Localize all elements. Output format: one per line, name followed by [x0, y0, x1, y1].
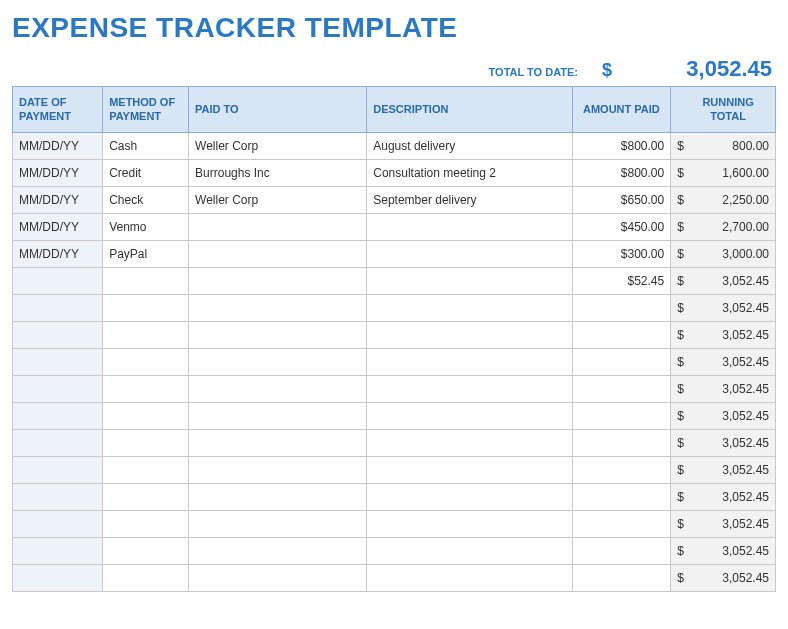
cell-method[interactable]: Credit: [103, 159, 189, 186]
cell-date[interactable]: [13, 537, 103, 564]
cell-date[interactable]: [13, 456, 103, 483]
cell-paidto[interactable]: [189, 429, 367, 456]
cell-amount[interactable]: [572, 510, 671, 537]
running-value: 3,052.45: [722, 517, 769, 531]
total-value: 3,052.45: [680, 56, 776, 82]
cell-date[interactable]: [13, 294, 103, 321]
cell-amount[interactable]: [572, 375, 671, 402]
cell-amount[interactable]: [572, 294, 671, 321]
cell-method[interactable]: [103, 537, 189, 564]
cell-amount[interactable]: [572, 348, 671, 375]
cell-amount[interactable]: $800.00: [572, 159, 671, 186]
cell-description[interactable]: [367, 429, 572, 456]
cell-description[interactable]: [367, 456, 572, 483]
cell-date[interactable]: [13, 402, 103, 429]
cell-paidto[interactable]: Weller Corp: [189, 132, 367, 159]
cell-method[interactable]: Venmo: [103, 213, 189, 240]
cell-date[interactable]: [13, 321, 103, 348]
running-value: 800.00: [732, 139, 769, 153]
cell-description[interactable]: [367, 348, 572, 375]
cell-method[interactable]: [103, 510, 189, 537]
cell-method[interactable]: [103, 564, 189, 591]
cell-paidto[interactable]: [189, 375, 367, 402]
cell-amount[interactable]: [572, 483, 671, 510]
cell-amount[interactable]: $450.00: [572, 213, 671, 240]
cell-amount[interactable]: [572, 564, 671, 591]
cell-date[interactable]: MM/DD/YY: [13, 186, 103, 213]
cell-method[interactable]: [103, 321, 189, 348]
cell-date[interactable]: [13, 510, 103, 537]
cell-paidto[interactable]: [189, 213, 367, 240]
cell-method[interactable]: [103, 348, 189, 375]
cell-method[interactable]: [103, 456, 189, 483]
cell-method[interactable]: Cash: [103, 132, 189, 159]
cell-date[interactable]: [13, 429, 103, 456]
cell-amount[interactable]: $650.00: [572, 186, 671, 213]
cell-paidto[interactable]: [189, 510, 367, 537]
cell-date[interactable]: [13, 564, 103, 591]
cell-amount[interactable]: $52.45: [572, 267, 671, 294]
cell-description[interactable]: [367, 510, 572, 537]
cell-description[interactable]: [367, 321, 572, 348]
running-value: 3,052.45: [722, 355, 769, 369]
dollar-sign: $: [677, 301, 684, 315]
cell-paidto[interactable]: Burroughs Inc: [189, 159, 367, 186]
cell-date[interactable]: [13, 483, 103, 510]
table-row: $3,052.45: [13, 348, 776, 375]
cell-method[interactable]: [103, 483, 189, 510]
cell-date[interactable]: [13, 267, 103, 294]
cell-method[interactable]: [103, 267, 189, 294]
cell-description[interactable]: [367, 564, 572, 591]
cell-running-total: $800.00: [671, 132, 776, 159]
cell-description[interactable]: [367, 402, 572, 429]
cell-paidto[interactable]: [189, 456, 367, 483]
table-row: $3,052.45: [13, 294, 776, 321]
cell-paidto[interactable]: Weller Corp: [189, 186, 367, 213]
cell-description[interactable]: Consultation meeting 2: [367, 159, 572, 186]
cell-date[interactable]: MM/DD/YY: [13, 213, 103, 240]
cell-amount[interactable]: $800.00: [572, 132, 671, 159]
cell-paidto[interactable]: [189, 321, 367, 348]
cell-amount[interactable]: [572, 537, 671, 564]
cell-description[interactable]: [367, 483, 572, 510]
cell-paidto[interactable]: [189, 294, 367, 321]
running-value: 2,700.00: [722, 220, 769, 234]
cell-paidto[interactable]: [189, 564, 367, 591]
cell-paidto[interactable]: [189, 240, 367, 267]
cell-paidto[interactable]: [189, 537, 367, 564]
cell-amount[interactable]: [572, 321, 671, 348]
total-dollar-sign: $: [592, 60, 672, 81]
cell-description[interactable]: September delivery: [367, 186, 572, 213]
cell-amount[interactable]: [572, 402, 671, 429]
cell-date[interactable]: MM/DD/YY: [13, 159, 103, 186]
cell-description[interactable]: [367, 537, 572, 564]
cell-method[interactable]: PayPal: [103, 240, 189, 267]
cell-running-total: $3,000.00: [671, 240, 776, 267]
cell-paidto[interactable]: [189, 267, 367, 294]
cell-description[interactable]: August delivery: [367, 132, 572, 159]
cell-method[interactable]: [103, 429, 189, 456]
cell-description[interactable]: [367, 213, 572, 240]
cell-date[interactable]: [13, 348, 103, 375]
cell-paidto[interactable]: [189, 348, 367, 375]
table-row: $3,052.45: [13, 402, 776, 429]
dollar-sign: $: [677, 490, 684, 504]
table-row: $3,052.45: [13, 483, 776, 510]
cell-amount[interactable]: [572, 456, 671, 483]
cell-paidto[interactable]: [189, 402, 367, 429]
table-row: $3,052.45: [13, 375, 776, 402]
cell-description[interactable]: [367, 240, 572, 267]
cell-description[interactable]: [367, 267, 572, 294]
cell-description[interactable]: [367, 294, 572, 321]
cell-method[interactable]: [103, 375, 189, 402]
cell-date[interactable]: [13, 375, 103, 402]
cell-date[interactable]: MM/DD/YY: [13, 132, 103, 159]
cell-amount[interactable]: [572, 429, 671, 456]
cell-method[interactable]: Check: [103, 186, 189, 213]
cell-date[interactable]: MM/DD/YY: [13, 240, 103, 267]
cell-method[interactable]: [103, 294, 189, 321]
cell-method[interactable]: [103, 402, 189, 429]
cell-amount[interactable]: $300.00: [572, 240, 671, 267]
cell-description[interactable]: [367, 375, 572, 402]
cell-paidto[interactable]: [189, 483, 367, 510]
